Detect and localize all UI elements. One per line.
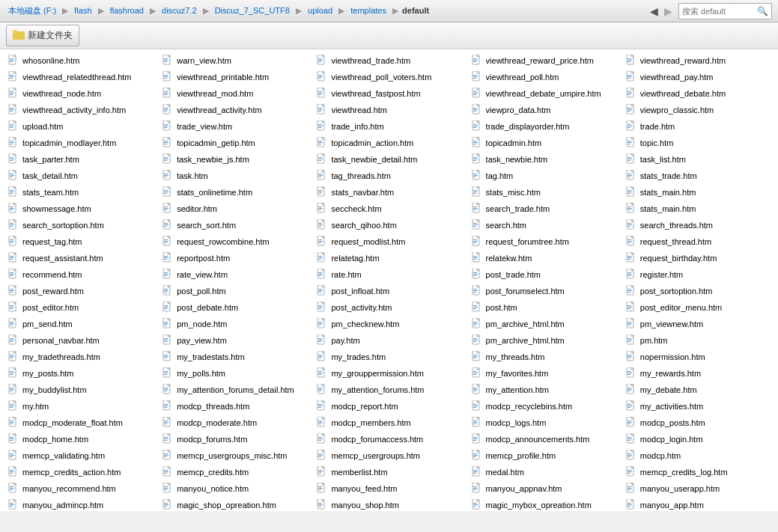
file-item[interactable]: pm_node.htm	[157, 316, 311, 332]
file-item[interactable]: stats_onlinetime.htm	[157, 184, 311, 201]
file-item[interactable]: viewthread_relatedthread.htm	[3, 69, 157, 85]
file-item[interactable]: stats_misc.htm	[467, 184, 621, 201]
file-item[interactable]: viewpro_classic.htm	[621, 102, 775, 118]
file-item[interactable]: task_newbie_js.htm	[157, 151, 311, 168]
nav-forward-icon[interactable]: ▶	[664, 5, 672, 17]
file-item[interactable]: tag.htm	[467, 168, 621, 184]
new-folder-button[interactable]: 新建文件夹	[6, 25, 79, 46]
file-item[interactable]: viewthread.htm	[311, 102, 466, 118]
file-item[interactable]: viewthread_trade.htm	[311, 52, 466, 69]
file-item[interactable]: my_debate.htm	[621, 382, 775, 398]
file-item[interactable]: search_threads.htm	[621, 217, 775, 233]
breadcrumb-local-disk[interactable]: 本地磁盘 (F:)	[6, 4, 58, 16]
file-item[interactable]: viewthread_pay.htm	[621, 69, 775, 85]
file-item[interactable]: task_newbie.htm	[467, 151, 621, 168]
file-item[interactable]: memcp_usergroups_misc.htm	[157, 447, 311, 464]
file-item[interactable]: modcp_recyclebins.htm	[467, 398, 621, 415]
file-item[interactable]: viewpro_data.htm	[467, 102, 621, 118]
file-item[interactable]: trade.htm	[621, 118, 775, 135]
file-item[interactable]: my.htm	[3, 398, 157, 415]
file-item[interactable]: stats_team.htm	[3, 184, 157, 201]
file-item[interactable]: modcp_home.htm	[3, 431, 157, 447]
file-item[interactable]: task.htm	[157, 168, 311, 184]
file-item[interactable]: rate_view.htm	[157, 266, 311, 283]
file-item[interactable]: showmessage.htm	[3, 201, 157, 217]
file-item[interactable]: viewthread_activity_info.htm	[3, 102, 157, 118]
file-item[interactable]: manyou_feed.htm	[311, 480, 466, 497]
file-item[interactable]: task_detail.htm	[3, 168, 157, 184]
file-item[interactable]: pm_archive_html.htm	[467, 332, 621, 349]
file-item[interactable]: my_threads.htm	[467, 349, 621, 365]
file-item[interactable]: warn_view.htm	[157, 52, 311, 69]
file-item[interactable]: topic.htm	[621, 135, 775, 151]
file-item[interactable]: stats_navbar.htm	[311, 184, 466, 201]
file-item[interactable]: modcp_posts.htm	[621, 415, 775, 431]
file-item[interactable]: my_posts.htm	[3, 365, 157, 382]
file-item[interactable]: viewthread_mod.htm	[157, 85, 311, 102]
file-item[interactable]: request_modlist.htm	[311, 233, 466, 250]
file-item[interactable]: search.htm	[467, 217, 621, 233]
file-item[interactable]: post_poll.htm	[157, 283, 311, 299]
file-item[interactable]: task_newbie_detail.htm	[311, 151, 466, 168]
file-item[interactable]: post.htm	[467, 299, 621, 316]
file-item[interactable]: memcp_profile.htm	[467, 447, 621, 464]
file-item[interactable]: my_tradestats.htm	[157, 349, 311, 365]
file-item[interactable]: post_trade.htm	[467, 266, 621, 283]
file-item[interactable]: modcp_logs.htm	[467, 415, 621, 431]
file-item[interactable]: trade_displayorder.htm	[467, 118, 621, 135]
file-item[interactable]: my_polls.htm	[157, 365, 311, 382]
file-item[interactable]: pm_checknew.htm	[311, 316, 466, 332]
file-item[interactable]: modcp_forumaccess.htm	[311, 431, 466, 447]
file-item[interactable]: my_trades.htm	[311, 349, 466, 365]
file-item[interactable]: my_favorites.htm	[467, 365, 621, 382]
file-item[interactable]: magic_shop_opreation.htm	[157, 497, 311, 511]
breadcrumb-flash[interactable]: flash	[72, 4, 94, 16]
file-item[interactable]: reportpost.htm	[157, 250, 311, 266]
file-item[interactable]: manyou_notice.htm	[157, 480, 311, 497]
search-input[interactable]	[682, 7, 757, 16]
file-item[interactable]: modcp_announcements.htm	[467, 431, 621, 447]
breadcrumb-flashroad[interactable]: flashroad	[108, 4, 146, 16]
file-item[interactable]: topicadmin.htm	[467, 135, 621, 151]
file-item[interactable]: my_buddylist.htm	[3, 382, 157, 398]
file-item[interactable]: search_sortoption.htm	[3, 217, 157, 233]
file-item[interactable]: modcp.htm	[621, 447, 775, 464]
file-item[interactable]: my_tradethreads.htm	[3, 349, 157, 365]
file-item[interactable]: modcp_moderate.htm	[157, 415, 311, 431]
breadcrumb-discuz-sc[interactable]: Discuz_7_SC_UTF8	[213, 4, 292, 16]
file-item[interactable]: recommend.htm	[3, 266, 157, 283]
file-item[interactable]: memcp_credits_log.htm	[621, 464, 775, 480]
file-item[interactable]: pay.htm	[311, 332, 466, 349]
file-item[interactable]: my_attention.htm	[467, 382, 621, 398]
file-item[interactable]: task_parter.htm	[3, 151, 157, 168]
file-item[interactable]: trade_view.htm	[157, 118, 311, 135]
file-item[interactable]: register.htm	[621, 266, 775, 283]
file-item[interactable]: relatekw.htm	[467, 250, 621, 266]
file-item[interactable]: personal_navbar.htm	[3, 332, 157, 349]
file-item[interactable]: viewthread_fastpost.htm	[311, 85, 466, 102]
file-item[interactable]: modcp_members.htm	[311, 415, 466, 431]
breadcrumb-discuz72[interactable]: discuz7.2	[159, 4, 198, 16]
file-item[interactable]: post_debate.htm	[157, 299, 311, 316]
file-item[interactable]: post_infloat.htm	[311, 283, 466, 299]
file-item[interactable]: whosonline.htm	[3, 52, 157, 69]
file-item[interactable]: my_attention_forums_detail.htm	[157, 382, 311, 398]
file-item[interactable]: viewthread_node.htm	[3, 85, 157, 102]
file-item[interactable]: my_grouppermission.htm	[311, 365, 466, 382]
file-item[interactable]: nopermission.htm	[621, 349, 775, 365]
file-item[interactable]: request_tag.htm	[3, 233, 157, 250]
file-item[interactable]: post_editor.htm	[3, 299, 157, 316]
file-item[interactable]: post_activity.htm	[311, 299, 466, 316]
file-item[interactable]: viewthread_poll_voters.htm	[311, 69, 466, 85]
file-item[interactable]: request_assistant.htm	[3, 250, 157, 266]
file-item[interactable]: viewthread_poll.htm	[467, 69, 621, 85]
file-item[interactable]: tag_threads.htm	[311, 168, 466, 184]
file-item[interactable]: modcp_forums.htm	[157, 431, 311, 447]
breadcrumb-upload[interactable]: upload	[306, 4, 335, 16]
file-item[interactable]: search_qihoo.htm	[311, 217, 466, 233]
file-item[interactable]: task_list.htm	[621, 151, 775, 168]
file-item[interactable]: seditor.htm	[157, 201, 311, 217]
file-item[interactable]: manyou_appnav.htm	[467, 480, 621, 497]
file-item[interactable]: manyou_app.htm	[621, 497, 775, 511]
file-item[interactable]: pm_archive_html.htm	[467, 316, 621, 332]
